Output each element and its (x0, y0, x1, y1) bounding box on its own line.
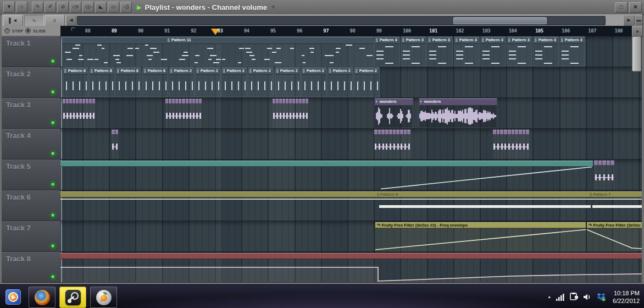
audio-slice[interactable] (610, 160, 614, 190)
track-mute-led[interactable] (51, 120, 55, 125)
audio-slice[interactable] (279, 98, 282, 128)
track-mute-led[interactable] (51, 213, 55, 218)
audio-slice[interactable] (86, 98, 88, 128)
playlist-lane-8[interactable] (60, 252, 642, 283)
track-mute-led[interactable] (51, 274, 55, 279)
sliced-audio-group[interactable] (594, 160, 614, 190)
slip-tool-button[interactable]: ◁▷ (82, 2, 94, 13)
audio-slice[interactable] (400, 129, 403, 159)
audio-slice[interactable] (302, 98, 305, 128)
audio-slice[interactable] (299, 98, 302, 128)
automation-clip-body[interactable] (587, 229, 642, 252)
playlist-lane-6[interactable]: ▯ Pattern 6▯ Pattern 7 (60, 190, 642, 221)
audio-slice[interactable] (175, 98, 178, 128)
track-mute-led[interactable] (51, 59, 55, 64)
audio-slice[interactable] (69, 98, 72, 128)
horizontal-scrollbar[interactable] (77, 16, 606, 25)
scroll-left-button[interactable]: ◀ (66, 15, 76, 26)
playlist-lane-2[interactable]: ▯Pattern 8▯Pattern 8▯Pattern 8▯Pattern 8… (60, 67, 642, 98)
options-dropdown-button[interactable]: ▼ (3, 2, 15, 13)
pattern-clip[interactable]: ▯Pattern 8 (89, 67, 115, 97)
audio-slice[interactable] (385, 129, 388, 159)
audio-slice[interactable] (374, 129, 377, 159)
pattern-clip[interactable]: ▯Pattern 2 (195, 67, 221, 97)
pattern-clip[interactable]: ▯Pattern 8 (115, 67, 141, 97)
pattern-clip[interactable]: ▯Pattern 2 (327, 67, 353, 97)
audio-slice[interactable] (273, 98, 275, 128)
preview-tool-button[interactable]: ◁) (120, 2, 132, 13)
audio-slice[interactable] (407, 129, 410, 159)
pattern-clip[interactable]: ▯Pattern 3 (401, 36, 426, 67)
audio-slice[interactable] (378, 129, 381, 159)
audio-slice[interactable] (276, 98, 279, 128)
step-radio[interactable] (4, 28, 10, 34)
audio-slice[interactable] (396, 129, 399, 159)
audio-clip[interactable]: ⊦wonders (374, 98, 413, 128)
pattern-clip[interactable]: ▯Pattern 8 (63, 67, 88, 97)
audio-slice[interactable] (169, 98, 171, 128)
vertical-scrollbar-thumb[interactable] (632, 36, 641, 72)
track-header-4[interactable]: Track 4 (2, 129, 60, 160)
track-header-2[interactable]: Track 2 (2, 67, 60, 98)
audio-slice[interactable] (186, 98, 188, 128)
playlist-lane-3[interactable]: ⊦wonders⊦wonders (60, 98, 642, 129)
steam-taskbar-button[interactable] (59, 287, 86, 308)
sliced-audio-group[interactable] (493, 129, 529, 159)
sliced-audio-group[interactable] (273, 98, 308, 128)
audio-slice[interactable] (296, 98, 298, 128)
audio-slice[interactable] (306, 98, 308, 128)
audio-slice[interactable] (523, 129, 526, 159)
network-icon[interactable] (556, 293, 565, 301)
audio-slice[interactable] (115, 129, 119, 159)
audio-slice[interactable] (73, 98, 75, 128)
pattern-clip[interactable]: ▯Pattern 2 (169, 67, 195, 97)
pattern-clip[interactable]: ▯Pattern 11 (62, 36, 374, 67)
audio-slice[interactable] (165, 98, 168, 128)
playlist-lane-7[interactable]: ↷ Fruity Free Filter (3xOsc #2) - Freq e… (60, 221, 642, 252)
audio-slice[interactable] (519, 129, 522, 159)
timeline-ruler[interactable]: 8889909192939495969798991001011021031041… (60, 26, 632, 36)
playlist-lane-1[interactable]: ▯Pattern 11▯Pattern 3▯Pattern 3▯Pattern … (60, 36, 642, 67)
audio-slice[interactable] (179, 98, 181, 128)
audio-slice[interactable] (196, 98, 198, 128)
audio-slice[interactable] (381, 129, 385, 159)
teal-clip-bar[interactable] (60, 161, 593, 167)
audio-slice[interactable] (63, 98, 65, 128)
close-button[interactable]: ✕ (629, 2, 642, 13)
audio-slice[interactable] (182, 98, 185, 128)
sliced-audio-group[interactable] (165, 98, 202, 128)
pattern-clip[interactable]: ▯Pattern 3 (533, 36, 559, 67)
track-mute-led[interactable] (51, 244, 55, 249)
pattern-clip[interactable]: ▯Pattern 3 (480, 36, 506, 67)
mute-tool-button[interactable]: ◁× (70, 2, 81, 13)
audio-slice[interactable] (508, 129, 511, 159)
track-header-5[interactable]: Track 5 (2, 160, 60, 190)
sliced-audio-group[interactable] (63, 98, 95, 128)
sliced-audio-group[interactable] (112, 129, 118, 159)
track-header-8[interactable]: Track 8 (2, 252, 60, 283)
track-mute-led[interactable] (51, 151, 55, 156)
pattern-clip[interactable]: ▯Pattern 3 (427, 36, 453, 67)
pattern-clip[interactable]: ▯Pattern 3 (454, 36, 480, 67)
title-dropdown-icon[interactable]: ▼ (271, 4, 276, 10)
audio-slice[interactable] (199, 98, 202, 128)
fl-studio-taskbar-button[interactable] (90, 287, 117, 308)
taskbar-clock[interactable]: 10:18 PM 6/22/2012 (613, 289, 640, 305)
horizontal-scrollbar-thumb[interactable] (453, 17, 547, 24)
audio-slice[interactable] (89, 98, 92, 128)
playlist-lane-4[interactable] (60, 129, 642, 160)
audio-slice[interactable] (76, 98, 79, 128)
scroll-up-button[interactable]: ▲ (632, 26, 643, 37)
track-header-3[interactable]: Track 3 (2, 98, 60, 129)
audio-slice[interactable] (607, 160, 610, 190)
automation-clip-body[interactable] (375, 229, 586, 252)
window-title-group[interactable]: ▶ Playlist - wonders - Channel volume ▼ (137, 3, 276, 12)
audio-slice[interactable] (92, 98, 95, 128)
slide-radio[interactable] (25, 28, 31, 34)
audio-slice[interactable] (500, 129, 503, 159)
tab-notes[interactable]: ♬ (45, 15, 65, 26)
audio-slice[interactable] (497, 129, 500, 159)
firefox-taskbar-button[interactable] (29, 287, 55, 308)
audio-slice[interactable] (289, 98, 292, 128)
track-header-6[interactable]: Track 6 (2, 190, 60, 221)
